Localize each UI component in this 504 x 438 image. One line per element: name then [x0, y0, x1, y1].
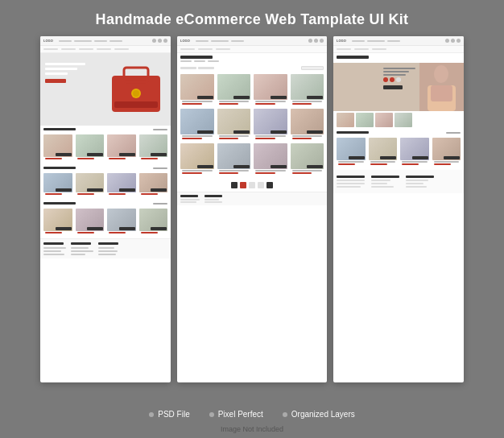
page-1[interactable]	[240, 182, 246, 188]
add-to-cart-btn[interactable]	[380, 156, 396, 159]
hero-cta[interactable]	[45, 79, 66, 83]
about-title	[337, 176, 365, 178]
product-item[interactable]	[432, 138, 462, 167]
product-price	[77, 193, 94, 195]
subnav-item	[216, 48, 230, 50]
product-item[interactable]	[75, 209, 105, 236]
product-image	[139, 134, 168, 157]
contact-line	[406, 186, 427, 188]
add-to-cart-btn[interactable]	[307, 130, 323, 134]
add-to-cart-btn[interactable]	[56, 153, 72, 156]
product-image	[291, 74, 324, 100]
product-image	[43, 134, 72, 157]
product-item[interactable]	[336, 138, 366, 167]
product-item[interactable]	[43, 134, 73, 162]
thumb-2[interactable]	[356, 113, 374, 127]
thumb-1[interactable]	[337, 113, 354, 127]
add-to-cart-btn[interactable]	[271, 96, 287, 99]
product-name	[182, 135, 213, 137]
add-to-cart-btn[interactable]	[87, 227, 103, 230]
detail-line	[383, 74, 406, 76]
product-item[interactable]	[253, 143, 288, 176]
add-to-cart-btn[interactable]	[197, 165, 213, 168]
section-title	[43, 128, 76, 130]
add-to-cart-btn[interactable]	[151, 227, 167, 230]
product-price	[182, 103, 202, 105]
nav-icon	[320, 39, 324, 43]
view-all-similar[interactable]	[446, 132, 461, 134]
add-to-cart-btn[interactable]	[271, 130, 287, 134]
product-item[interactable]	[43, 209, 73, 236]
product-name	[182, 101, 213, 102]
add-to-cart-btn[interactable]	[151, 153, 167, 156]
add-to-cart-btn[interactable]	[56, 188, 72, 192]
add-to-cart-btn[interactable]	[412, 156, 428, 159]
product-item[interactable]	[368, 138, 399, 167]
product-item[interactable]	[290, 74, 325, 107]
add-to-cart-detail[interactable]	[383, 85, 403, 89]
page-3[interactable]	[258, 182, 264, 188]
product-item[interactable]	[106, 173, 137, 197]
add-to-cart-btn[interactable]	[87, 153, 103, 156]
product-item[interactable]	[138, 173, 169, 197]
page-2[interactable]	[249, 182, 255, 188]
product-item[interactable]	[138, 209, 169, 236]
filter-item[interactable]	[180, 67, 196, 69]
add-to-cart-btn[interactable]	[307, 165, 323, 168]
add-to-cart-btn[interactable]	[197, 130, 213, 134]
view-all[interactable]	[153, 129, 167, 130]
product-item[interactable]	[217, 74, 252, 107]
product-item[interactable]	[180, 109, 215, 142]
product-image	[369, 138, 398, 160]
product-detail-title-area	[333, 53, 464, 63]
product-item[interactable]	[399, 138, 430, 167]
product-item[interactable]	[106, 134, 137, 162]
product-item[interactable]	[75, 134, 105, 162]
add-to-cart-btn[interactable]	[349, 156, 365, 159]
add-to-cart-btn[interactable]	[119, 188, 135, 192]
product-item[interactable]	[217, 143, 252, 176]
add-to-cart-btn[interactable]	[233, 165, 250, 168]
add-to-cart-btn[interactable]	[87, 188, 103, 192]
add-to-cart-btn[interactable]	[444, 156, 460, 159]
nav-icons	[152, 39, 167, 43]
thumb-4[interactable]	[395, 113, 412, 127]
about-line	[337, 183, 365, 184]
product-item[interactable]	[290, 143, 325, 176]
sort-dropdown[interactable]	[301, 66, 324, 70]
product-item[interactable]	[253, 109, 288, 142]
product-item[interactable]	[180, 143, 215, 176]
product-item[interactable]	[43, 173, 73, 197]
view-all[interactable]	[153, 203, 167, 205]
add-to-cart-btn[interactable]	[197, 96, 213, 99]
add-to-cart-btn[interactable]	[119, 153, 135, 156]
about-line	[337, 180, 365, 181]
badge-pixel-perfect: Pixel Perfect	[209, 410, 263, 419]
detail-line	[383, 71, 409, 72]
product-item[interactable]	[290, 109, 325, 142]
product-item[interactable]	[106, 209, 137, 236]
product-item[interactable]	[75, 173, 105, 197]
add-to-cart-btn[interactable]	[151, 188, 167, 192]
add-to-cart-btn[interactable]	[233, 130, 250, 134]
add-to-cart-btn[interactable]	[307, 96, 323, 99]
product-item[interactable]	[180, 74, 215, 107]
page-next[interactable]	[266, 182, 273, 188]
product-item[interactable]	[217, 109, 252, 142]
thumb-3[interactable]	[375, 113, 393, 127]
badge-label: PSD File	[158, 410, 189, 419]
view-all[interactable]	[153, 167, 167, 169]
contact-line	[406, 183, 423, 184]
product-image	[254, 109, 287, 134]
filter-item[interactable]	[198, 67, 214, 69]
add-to-cart-btn[interactable]	[233, 96, 250, 99]
add-to-cart-btn[interactable]	[119, 227, 135, 230]
page-prev[interactable]	[231, 182, 238, 188]
product-price	[45, 158, 62, 159]
product-item[interactable]	[138, 134, 169, 162]
product-item[interactable]	[253, 74, 288, 107]
product-name	[292, 170, 323, 171]
add-to-cart-btn[interactable]	[271, 165, 287, 168]
add-to-cart-btn[interactable]	[56, 227, 72, 230]
footer-center	[177, 192, 327, 205]
